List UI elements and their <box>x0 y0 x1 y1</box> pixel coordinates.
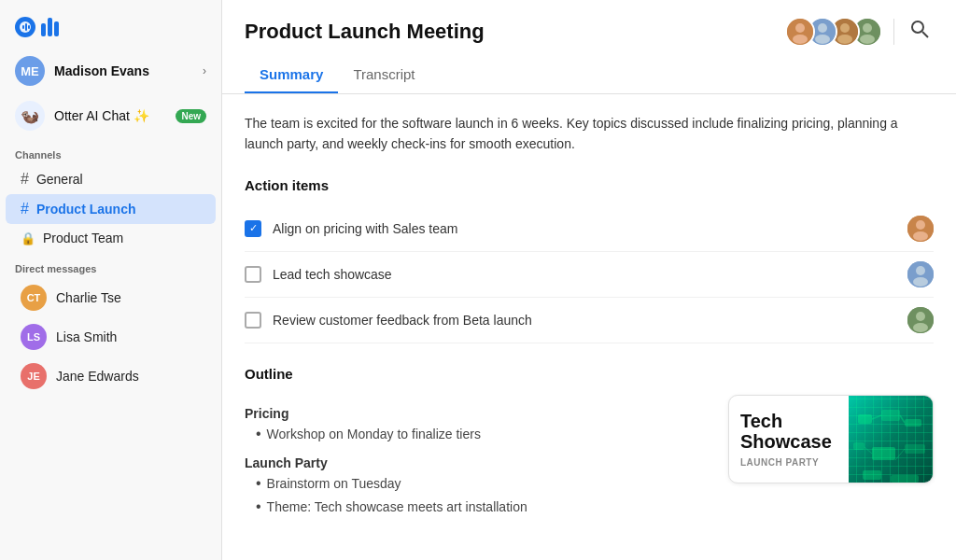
bullet-icon: • <box>256 474 261 494</box>
otter-ai-label: Otter AI Chat ✨ <box>54 108 166 123</box>
svg-point-11 <box>840 23 850 33</box>
logo-circle <box>15 17 35 37</box>
outline-category-launch: Launch Party <box>245 455 710 470</box>
svg-line-31 <box>900 415 905 423</box>
action-text-3: Review customer feedback from Beta launc… <box>273 313 896 328</box>
hash-icon: # <box>21 201 29 217</box>
channel-name-general: General <box>36 172 83 187</box>
checkbox-1[interactable]: ✓ <box>245 220 261 237</box>
dm-avatar-lisa: LS <box>21 324 47 350</box>
tech-card-subtitle: LAUNCH PARTY <box>740 457 837 468</box>
dm-avatar-charlie: CT <box>21 285 47 311</box>
svg-rect-35 <box>863 470 881 480</box>
svg-point-25 <box>916 312 925 321</box>
bullet-icon: • <box>256 497 261 517</box>
dm-name-lisa: Lisa Smith <box>56 329 117 344</box>
dm-avatar-jane: JE <box>21 363 47 389</box>
action-text-1: Align on pricing with Sales team <box>273 221 896 236</box>
outline-section: Outline Pricing • Workshop on Monday to … <box>245 366 934 521</box>
outline-item-pricing-1: • Workshop on Monday to finalize tiers <box>245 425 710 444</box>
search-button[interactable] <box>906 15 934 48</box>
tabs: Summary Transcript <box>245 59 934 93</box>
main-header: Product Launch Meeting <box>222 0 956 94</box>
svg-line-17 <box>922 32 928 37</box>
svg-rect-33 <box>872 447 895 460</box>
tech-card-title: Tech Showcase <box>740 411 837 452</box>
svg-rect-3 <box>28 25 30 29</box>
action-items-title: Action items <box>245 177 934 193</box>
outline-left: Pricing • Workshop on Monday to finalize… <box>245 395 710 521</box>
tab-transcript[interactable]: Transcript <box>338 59 429 93</box>
lock-icon: 🔒 <box>21 231 35 245</box>
svg-point-5 <box>795 23 805 33</box>
outline-category-pricing: Pricing <box>245 406 710 421</box>
circuit-svg <box>849 396 933 483</box>
bullet-icon: • <box>256 425 261 444</box>
otter-ai-item[interactable]: 🦦 Otter AI Chat ✨ New <box>0 93 221 138</box>
svg-rect-34 <box>905 444 925 454</box>
sidebar: ME Madison Evans › 🦦 Otter AI Chat ✨ New… <box>0 0 222 560</box>
svg-point-16 <box>912 21 923 33</box>
svg-point-26 <box>913 323 928 332</box>
otter-icon: 🦦 <box>15 101 45 131</box>
svg-point-8 <box>818 23 827 33</box>
checkbox-2[interactable] <box>245 266 261 283</box>
action-item-2: Lead tech showcase <box>245 252 934 298</box>
user-name: Madison Evans <box>54 63 193 78</box>
svg-rect-1 <box>22 25 24 29</box>
svg-rect-32 <box>853 442 865 450</box>
tech-card-image <box>849 396 933 483</box>
action-avatar-1 <box>907 216 934 242</box>
main-panel: Product Launch Meeting <box>222 0 956 560</box>
svg-rect-2 <box>25 23 27 31</box>
outline-item-launch-2: • Theme: Tech showcase meets art install… <box>245 497 710 517</box>
search-icon <box>909 19 930 39</box>
dm-jane-edwards[interactable]: JE Jane Edwards <box>6 357 216 396</box>
new-badge: New <box>176 109 206 123</box>
participant-avatars <box>785 17 882 47</box>
logo <box>0 0 221 49</box>
svg-point-12 <box>837 35 852 44</box>
logo-bars <box>41 18 59 36</box>
hash-icon: # <box>21 171 29 188</box>
sidebar-user[interactable]: ME Madison Evans › <box>0 49 221 93</box>
tech-card-text: Tech Showcase LAUNCH PARTY <box>729 396 849 483</box>
channels-section-label: Channels <box>0 138 221 164</box>
svg-point-19 <box>916 220 925 230</box>
outline-title: Outline <box>245 366 934 382</box>
user-avatar: ME <box>15 56 45 86</box>
svg-point-20 <box>913 231 928 241</box>
action-text-2: Lead tech showcase <box>273 267 896 282</box>
action-item-3: Review customer feedback from Beta launc… <box>245 298 934 343</box>
svg-line-30 <box>872 415 881 419</box>
participant-avatar-1 <box>785 17 815 47</box>
checkbox-3[interactable] <box>245 312 261 329</box>
sidebar-item-general[interactable]: # General <box>6 164 216 194</box>
svg-line-37 <box>865 447 872 454</box>
dm-name-charlie: Charlie Tse <box>56 290 121 305</box>
action-avatar-3 <box>907 307 934 333</box>
summary-text: The team is excited for the software lau… <box>245 113 934 155</box>
svg-rect-27 <box>858 414 872 424</box>
svg-point-9 <box>815 35 830 44</box>
dm-name-jane: Jane Edwards <box>56 369 139 384</box>
svg-rect-36 <box>891 475 919 483</box>
meeting-title: Product Launch Meeting <box>245 20 485 44</box>
svg-point-6 <box>793 35 808 44</box>
outline-row: Pricing • Workshop on Monday to finalize… <box>245 395 934 521</box>
header-top: Product Launch Meeting <box>245 15 934 48</box>
divider <box>893 19 894 45</box>
svg-point-22 <box>916 266 925 275</box>
sidebar-item-product-team[interactable]: 🔒 Product Team <box>6 224 216 252</box>
logo-icon <box>15 17 59 37</box>
dm-charlie-tse[interactable]: CT Charlie Tse <box>6 278 216 317</box>
action-avatar-2 <box>907 261 934 287</box>
svg-rect-29 <box>905 419 921 427</box>
dm-lisa-smith[interactable]: LS Lisa Smith <box>6 317 216 357</box>
tab-summary[interactable]: Summary <box>245 59 338 93</box>
chevron-right-icon: › <box>203 64 206 77</box>
channel-name-product-launch: Product Launch <box>36 202 136 217</box>
header-actions <box>785 15 934 48</box>
outline-item-launch-1: • Brainstorm on Tuesday <box>245 474 710 494</box>
sidebar-item-product-launch[interactable]: # Product Launch <box>6 194 216 224</box>
